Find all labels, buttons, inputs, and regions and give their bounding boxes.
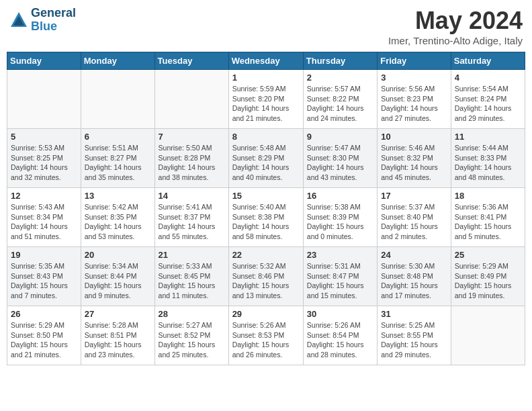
calendar-cell: 22Sunrise: 5:32 AM Sunset: 8:46 PM Dayli… bbox=[228, 247, 303, 306]
week-row-2: 5Sunrise: 5:53 AM Sunset: 8:25 PM Daylig… bbox=[7, 129, 525, 188]
day-number: 25 bbox=[455, 250, 521, 260]
day-number: 11 bbox=[455, 132, 521, 142]
day-number: 27 bbox=[85, 309, 151, 319]
day-number: 30 bbox=[307, 309, 373, 319]
day-info: Sunrise: 5:26 AM Sunset: 8:54 PM Dayligh… bbox=[307, 320, 373, 360]
day-info: Sunrise: 5:28 AM Sunset: 8:51 PM Dayligh… bbox=[85, 320, 151, 360]
week-row-1: 1Sunrise: 5:59 AM Sunset: 8:20 PM Daylig… bbox=[7, 70, 525, 129]
day-number: 14 bbox=[159, 191, 225, 201]
day-number: 3 bbox=[381, 73, 447, 83]
calendar-cell bbox=[7, 70, 81, 129]
day-number: 16 bbox=[307, 191, 373, 201]
calendar-cell: 14Sunrise: 5:41 AM Sunset: 8:37 PM Dayli… bbox=[154, 188, 228, 247]
calendar-cell bbox=[154, 70, 228, 129]
calendar-cell: 1Sunrise: 5:59 AM Sunset: 8:20 PM Daylig… bbox=[228, 70, 303, 129]
day-info: Sunrise: 5:33 AM Sunset: 8:45 PM Dayligh… bbox=[159, 261, 225, 301]
day-number: 10 bbox=[381, 132, 447, 142]
day-info: Sunrise: 5:56 AM Sunset: 8:23 PM Dayligh… bbox=[381, 84, 447, 124]
calendar-cell: 15Sunrise: 5:40 AM Sunset: 8:38 PM Dayli… bbox=[228, 188, 303, 247]
weekday-header-row: SundayMondayTuesdayWednesdayThursdayFrid… bbox=[7, 52, 525, 70]
calendar-cell: 18Sunrise: 5:36 AM Sunset: 8:41 PM Dayli… bbox=[451, 188, 525, 247]
calendar-cell: 17Sunrise: 5:37 AM Sunset: 8:40 PM Dayli… bbox=[378, 188, 451, 247]
day-number: 17 bbox=[381, 191, 447, 201]
day-number: 31 bbox=[381, 309, 447, 319]
calendar-cell: 2Sunrise: 5:57 AM Sunset: 8:22 PM Daylig… bbox=[303, 70, 377, 129]
day-info: Sunrise: 5:54 AM Sunset: 8:24 PM Dayligh… bbox=[455, 84, 521, 124]
calendar-cell: 12Sunrise: 5:43 AM Sunset: 8:34 PM Dayli… bbox=[7, 188, 81, 247]
day-number: 12 bbox=[11, 191, 77, 201]
calendar-cell: 13Sunrise: 5:42 AM Sunset: 8:35 PM Dayli… bbox=[81, 188, 154, 247]
day-number: 13 bbox=[85, 191, 151, 201]
calendar-cell: 7Sunrise: 5:50 AM Sunset: 8:28 PM Daylig… bbox=[154, 129, 228, 188]
calendar-cell: 6Sunrise: 5:51 AM Sunset: 8:27 PM Daylig… bbox=[81, 129, 154, 188]
calendar-cell: 26Sunrise: 5:29 AM Sunset: 8:50 PM Dayli… bbox=[7, 306, 81, 365]
day-number: 2 bbox=[307, 73, 373, 83]
day-info: Sunrise: 5:31 AM Sunset: 8:47 PM Dayligh… bbox=[307, 261, 373, 301]
calendar-cell: 16Sunrise: 5:38 AM Sunset: 8:39 PM Dayli… bbox=[303, 188, 377, 247]
day-info: Sunrise: 5:50 AM Sunset: 8:28 PM Dayligh… bbox=[159, 143, 225, 183]
day-info: Sunrise: 5:27 AM Sunset: 8:52 PM Dayligh… bbox=[159, 320, 225, 360]
weekday-header-tuesday: Tuesday bbox=[154, 52, 228, 70]
weekday-header-thursday: Thursday bbox=[303, 52, 377, 70]
day-info: Sunrise: 5:51 AM Sunset: 8:27 PM Dayligh… bbox=[85, 143, 151, 183]
calendar-cell: 23Sunrise: 5:31 AM Sunset: 8:47 PM Dayli… bbox=[303, 247, 377, 306]
day-number: 1 bbox=[232, 73, 300, 83]
day-info: Sunrise: 5:36 AM Sunset: 8:41 PM Dayligh… bbox=[455, 202, 521, 242]
week-row-5: 26Sunrise: 5:29 AM Sunset: 8:50 PM Dayli… bbox=[7, 306, 525, 365]
day-info: Sunrise: 5:44 AM Sunset: 8:33 PM Dayligh… bbox=[455, 143, 521, 183]
calendar-cell: 29Sunrise: 5:26 AM Sunset: 8:53 PM Dayli… bbox=[228, 306, 303, 365]
day-number: 19 bbox=[11, 250, 77, 260]
day-info: Sunrise: 5:32 AM Sunset: 8:46 PM Dayligh… bbox=[232, 261, 300, 301]
day-info: Sunrise: 5:34 AM Sunset: 8:44 PM Dayligh… bbox=[85, 261, 151, 301]
calendar-cell: 5Sunrise: 5:53 AM Sunset: 8:25 PM Daylig… bbox=[7, 129, 81, 188]
calendar-table: SundayMondayTuesdayWednesdayThursdayFrid… bbox=[7, 52, 525, 365]
day-number: 26 bbox=[11, 309, 77, 319]
day-number: 5 bbox=[11, 132, 77, 142]
day-number: 22 bbox=[232, 250, 300, 260]
day-number: 29 bbox=[232, 309, 300, 319]
day-number: 7 bbox=[159, 132, 225, 142]
day-info: Sunrise: 5:48 AM Sunset: 8:29 PM Dayligh… bbox=[232, 143, 300, 183]
logo: General Blue bbox=[9, 7, 76, 34]
day-number: 4 bbox=[455, 73, 521, 83]
day-number: 15 bbox=[232, 191, 300, 201]
day-info: Sunrise: 5:25 AM Sunset: 8:55 PM Dayligh… bbox=[381, 320, 447, 360]
day-info: Sunrise: 5:35 AM Sunset: 8:43 PM Dayligh… bbox=[11, 261, 77, 301]
weekday-header-sunday: Sunday bbox=[7, 52, 81, 70]
calendar-cell: 20Sunrise: 5:34 AM Sunset: 8:44 PM Dayli… bbox=[81, 247, 154, 306]
day-info: Sunrise: 5:30 AM Sunset: 8:48 PM Dayligh… bbox=[381, 261, 447, 301]
day-number: 28 bbox=[159, 309, 225, 319]
day-info: Sunrise: 5:57 AM Sunset: 8:22 PM Dayligh… bbox=[307, 84, 373, 124]
day-number: 8 bbox=[232, 132, 300, 142]
location-title: Imer, Trentino-Alto Adige, Italy bbox=[388, 35, 523, 46]
day-number: 9 bbox=[307, 132, 373, 142]
day-info: Sunrise: 5:29 AM Sunset: 8:50 PM Dayligh… bbox=[11, 320, 77, 360]
title-block: May 2024 Imer, Trentino-Alto Adige, Ital… bbox=[388, 7, 523, 46]
day-info: Sunrise: 5:53 AM Sunset: 8:25 PM Dayligh… bbox=[11, 143, 77, 183]
weekday-header-wednesday: Wednesday bbox=[228, 52, 303, 70]
calendar-cell bbox=[81, 70, 154, 129]
day-info: Sunrise: 5:37 AM Sunset: 8:40 PM Dayligh… bbox=[381, 202, 447, 242]
day-info: Sunrise: 5:42 AM Sunset: 8:35 PM Dayligh… bbox=[85, 202, 151, 242]
calendar-cell: 3Sunrise: 5:56 AM Sunset: 8:23 PM Daylig… bbox=[378, 70, 451, 129]
calendar-cell: 27Sunrise: 5:28 AM Sunset: 8:51 PM Dayli… bbox=[81, 306, 154, 365]
calendar-cell: 21Sunrise: 5:33 AM Sunset: 8:45 PM Dayli… bbox=[154, 247, 228, 306]
day-number: 23 bbox=[307, 250, 373, 260]
day-number: 24 bbox=[381, 250, 447, 260]
calendar-cell: 28Sunrise: 5:27 AM Sunset: 8:52 PM Dayli… bbox=[154, 306, 228, 365]
page-header: General Blue May 2024 Imer, Trentino-Alt… bbox=[7, 7, 525, 46]
month-title: May 2024 bbox=[388, 7, 523, 35]
day-info: Sunrise: 5:40 AM Sunset: 8:38 PM Dayligh… bbox=[232, 202, 300, 242]
week-row-3: 12Sunrise: 5:43 AM Sunset: 8:34 PM Dayli… bbox=[7, 188, 525, 247]
day-number: 20 bbox=[85, 250, 151, 260]
day-info: Sunrise: 5:26 AM Sunset: 8:53 PM Dayligh… bbox=[232, 320, 300, 360]
calendar-cell: 8Sunrise: 5:48 AM Sunset: 8:29 PM Daylig… bbox=[228, 129, 303, 188]
day-info: Sunrise: 5:59 AM Sunset: 8:20 PM Dayligh… bbox=[232, 84, 300, 124]
day-number: 18 bbox=[455, 191, 521, 201]
logo-icon bbox=[9, 11, 28, 30]
day-number: 6 bbox=[85, 132, 151, 142]
calendar-cell: 4Sunrise: 5:54 AM Sunset: 8:24 PM Daylig… bbox=[451, 70, 525, 129]
weekday-header-saturday: Saturday bbox=[451, 52, 525, 70]
day-info: Sunrise: 5:29 AM Sunset: 8:49 PM Dayligh… bbox=[455, 261, 521, 301]
day-info: Sunrise: 5:43 AM Sunset: 8:34 PM Dayligh… bbox=[11, 202, 77, 242]
